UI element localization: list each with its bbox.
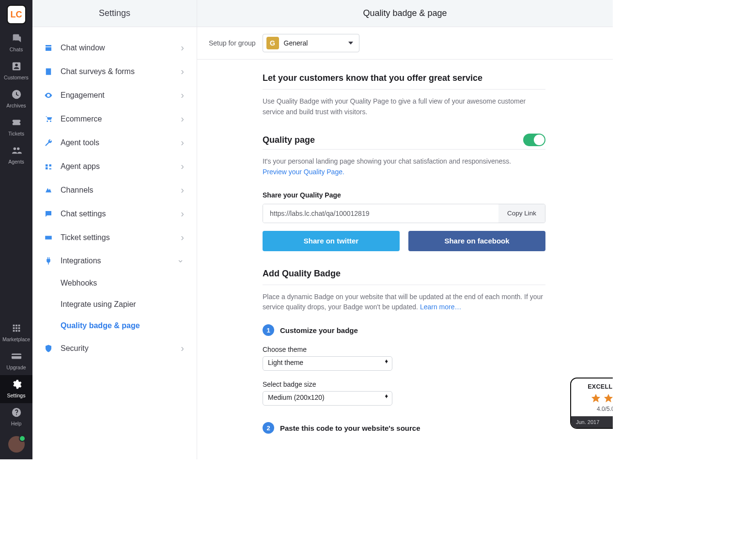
rail-item-marketplace[interactable]: Marketplace bbox=[0, 319, 32, 347]
divider bbox=[263, 89, 545, 90]
badge-preview-stars bbox=[576, 393, 613, 404]
ticket-settings-icon bbox=[44, 233, 53, 242]
preview-quality-page-link[interactable]: Preview your Quality Page. bbox=[263, 168, 344, 176]
annotation-arrow bbox=[580, 150, 613, 261]
card-icon bbox=[11, 351, 22, 363]
rail-label: Help bbox=[11, 421, 22, 426]
rail-item-chats[interactable]: Chats bbox=[0, 29, 32, 57]
rail-item-tickets[interactable]: Tickets bbox=[0, 113, 32, 141]
agents-icon bbox=[11, 145, 22, 157]
chevron-right-icon bbox=[181, 208, 184, 219]
star-filled-icon bbox=[603, 393, 613, 404]
sidebar-item-label: Chat settings bbox=[61, 210, 173, 218]
add-quality-badge-heading: Add Quality Badge bbox=[263, 269, 545, 279]
sidebar-item-label: Chat window bbox=[61, 44, 173, 52]
rail-label: Archives bbox=[6, 103, 26, 108]
eye-icon bbox=[44, 91, 53, 100]
learn-more-link[interactable]: Learn more… bbox=[420, 303, 462, 311]
intro-body: Use Quality Badge with your Quality Page… bbox=[263, 96, 545, 117]
badge-preview-headline: EXCELLENT SERVICE bbox=[576, 383, 613, 390]
sidebar-item-chat-window[interactable]: Chat window bbox=[32, 36, 197, 60]
wrench-icon bbox=[44, 138, 53, 147]
sidebar-item-label: Ticket settings bbox=[61, 233, 173, 242]
add-quality-badge-body: Place a dynamic Badge on your website th… bbox=[263, 292, 545, 313]
chevron-right-icon bbox=[181, 42, 184, 53]
rail-item-upgrade[interactable]: Upgrade bbox=[0, 347, 32, 375]
main-content: Quality badge & page Setup for group G G… bbox=[197, 0, 613, 459]
sidebar-item-agent-tools[interactable]: Agent tools bbox=[32, 131, 197, 154]
select-badge-size-label: Select badge size bbox=[263, 380, 545, 388]
sidebar-item-chat-settings[interactable]: Chat settings bbox=[32, 202, 197, 226]
sidebar-item-security[interactable]: Security bbox=[32, 336, 197, 360]
rail-item-agents[interactable]: Agents bbox=[0, 141, 32, 169]
badge-size-select[interactable]: Medium (200x120) bbox=[263, 391, 392, 406]
sidebar-item-ecommerce[interactable]: Ecommerce bbox=[32, 107, 197, 131]
quality-page-url-input[interactable] bbox=[263, 204, 498, 223]
group-selector-label: Setup for group bbox=[209, 39, 256, 47]
chevron-right-icon bbox=[181, 232, 184, 243]
ticket-icon bbox=[11, 117, 22, 129]
chevron-right-icon bbox=[181, 137, 184, 148]
clock-icon bbox=[11, 89, 22, 101]
sidebar-item-label: Engagement bbox=[61, 91, 173, 100]
badge-preview-container: EXCELLENT SERVICE 4.0/5.0 - 10 ratings J… bbox=[570, 378, 613, 429]
rail-item-archives[interactable]: Archives bbox=[0, 85, 32, 113]
theme-select[interactable]: Light theme bbox=[263, 356, 392, 371]
sidebar-item-label: Channels bbox=[61, 186, 173, 195]
quality-page-heading: Quality page bbox=[263, 135, 315, 145]
rail-label: Upgrade bbox=[6, 364, 26, 370]
gear-icon bbox=[11, 379, 22, 391]
settings-sidebar-title: Settings bbox=[32, 0, 197, 27]
rail-item-help[interactable]: Help bbox=[0, 403, 32, 431]
settings-sidebar: Settings Chat window Chat surveys & form… bbox=[32, 0, 197, 459]
sidebar-item-label: Ecommerce bbox=[61, 115, 173, 123]
quality-page-body: It's your personal landing page showing … bbox=[263, 156, 545, 177]
badge-preview: EXCELLENT SERVICE 4.0/5.0 - 10 ratings J… bbox=[570, 378, 613, 429]
share-twitter-button[interactable]: Share on twitter bbox=[263, 231, 400, 251]
group-selector-row: Setup for group G General bbox=[197, 27, 613, 60]
chevron-right-icon bbox=[181, 343, 184, 354]
sidebar-item-ticket-settings[interactable]: Ticket settings bbox=[32, 226, 197, 249]
sidebar-subitem-quality-badge[interactable]: Quality badge & page bbox=[32, 315, 197, 336]
badge-preview-rating-text: 4.0/5.0 - 10 ratings bbox=[576, 406, 613, 412]
group-select[interactable]: G General bbox=[263, 34, 359, 52]
sidebar-subitem-zapier[interactable]: Integrate using Zapier bbox=[32, 294, 197, 315]
sidebar-item-channels[interactable]: Channels bbox=[32, 178, 197, 202]
copy-link-button[interactable]: Copy Link bbox=[498, 204, 545, 223]
choose-theme-label: Choose theme bbox=[263, 346, 545, 353]
chevron-right-icon bbox=[181, 184, 184, 196]
share-quality-page-label: Share your Quality Page bbox=[263, 191, 545, 199]
settings-sidebar-list: Chat window Chat surveys & forms Engagem… bbox=[32, 27, 197, 369]
step-2-badge: 2 bbox=[263, 422, 274, 434]
sidebar-item-agent-apps[interactable]: Agent apps bbox=[32, 154, 197, 178]
help-icon bbox=[11, 407, 22, 419]
badge-preview-date: Jun. 2017 bbox=[576, 419, 599, 425]
chevron-down-icon bbox=[177, 256, 184, 266]
rail-label: Chats bbox=[10, 46, 23, 52]
sidebar-item-engagement[interactable]: Engagement bbox=[32, 83, 197, 107]
sidebar-item-label: Agent tools bbox=[61, 138, 173, 147]
chat-icon bbox=[11, 33, 22, 45]
share-url-row: Copy Link bbox=[263, 204, 545, 223]
user-avatar[interactable] bbox=[8, 436, 25, 453]
share-facebook-button[interactable]: Share on facebook bbox=[408, 231, 545, 251]
main-nav-rail: LC Chats Customers Archives Tickets Agen… bbox=[0, 0, 32, 459]
step-2-title: Paste this code to your website's source bbox=[280, 424, 420, 432]
rail-item-settings[interactable]: Settings bbox=[0, 375, 32, 403]
rail-label: Settings bbox=[7, 393, 26, 398]
star-filled-icon bbox=[591, 393, 601, 404]
apps-icon bbox=[44, 162, 53, 171]
sidebar-item-label: Security bbox=[61, 344, 173, 353]
add-quality-badge-body-text: Place a dynamic Badge on your website th… bbox=[263, 293, 543, 311]
quality-page-toggle[interactable] bbox=[523, 134, 545, 146]
window-icon bbox=[44, 44, 53, 52]
sidebar-subitem-webhooks[interactable]: Webhooks bbox=[32, 272, 197, 294]
group-selected-name: General bbox=[284, 39, 308, 47]
sidebar-item-integrations[interactable]: Integrations bbox=[32, 249, 197, 272]
plug-icon bbox=[44, 257, 53, 265]
rail-label: Marketplace bbox=[2, 336, 30, 342]
rail-item-customers[interactable]: Customers bbox=[0, 57, 32, 85]
contact-icon bbox=[11, 61, 22, 73]
sidebar-item-chat-surveys[interactable]: Chat surveys & forms bbox=[32, 60, 197, 83]
form-icon bbox=[44, 67, 53, 76]
